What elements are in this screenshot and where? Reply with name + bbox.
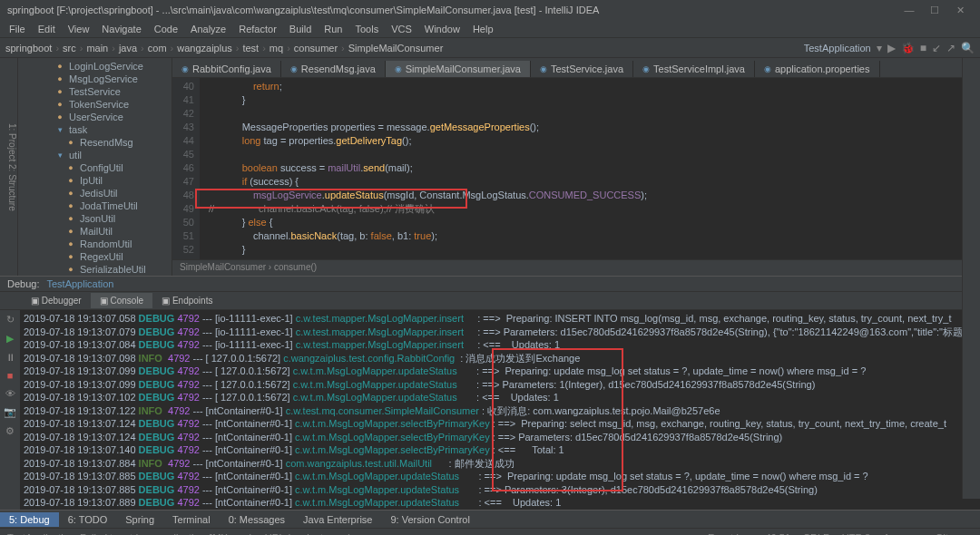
tree-item[interactable]: ●JedisUtil: [18, 187, 172, 199]
maximize-icon[interactable]: ☐: [922, 5, 947, 16]
resume-icon[interactable]: ▶: [6, 333, 14, 345]
crumb-item[interactable]: com: [148, 43, 167, 54]
toolwindow-tab[interactable]: 0: Messages: [220, 512, 294, 527]
tree-item[interactable]: ●ResendMsg: [18, 136, 172, 149]
code-area[interactable]: return; } MessageProperties properties =…: [200, 78, 980, 259]
tree-item[interactable]: ●RandomUtil: [18, 238, 172, 250]
encoding[interactable]: UTF-8: [842, 532, 870, 536]
tree-item[interactable]: ●JsonUtil: [18, 212, 172, 225]
line-gutter[interactable]: 4041424344454647484950515253: [172, 78, 200, 259]
tree-item[interactable]: ●TokenService: [18, 98, 172, 111]
tree-item[interactable]: ●SerializableUtil: [18, 263, 172, 276]
rerun-icon[interactable]: ↻: [6, 314, 15, 326]
toolwindow-tab[interactable]: Terminal: [163, 512, 220, 527]
navbar: springboot›src›main›java›com›wangzaiplus…: [0, 38, 980, 58]
editor-tab[interactable]: ◉RabbitConfig.java: [172, 61, 281, 77]
window-title: springboot [F:\project\springboot] - ...…: [7, 5, 897, 15]
editor: ◉RabbitConfig.java◉ResendMsg.java◉Simple…: [172, 58, 980, 276]
crumb-item[interactable]: mq: [270, 43, 283, 54]
left-toolwindow-bar[interactable]: 1: Project 2: Structure: [0, 58, 18, 276]
editor-tab[interactable]: ◉TestService.java: [531, 61, 633, 77]
toolwindow-tab[interactable]: 5: Debug: [0, 512, 59, 527]
menu-edit[interactable]: Edit: [33, 22, 61, 36]
editor-tab[interactable]: ◉ResendMsg.java: [281, 61, 386, 77]
toolwindow-tab[interactable]: 6: TODO: [59, 512, 117, 527]
debug-config[interactable]: TestApplication: [46, 278, 113, 289]
project-tree[interactable]: ●LoginLogService●MsgLogService●TestServi…: [18, 58, 172, 276]
titlebar: springboot [F:\project\springboot] - ...…: [0, 0, 980, 20]
tree-item[interactable]: ●RegexUtil: [18, 250, 172, 263]
editor-tab[interactable]: ◉TestServiceImpl.java: [633, 61, 755, 77]
menu-build[interactable]: Build: [284, 22, 317, 36]
toolwindow-tab[interactable]: Java Enterprise: [294, 512, 381, 527]
debug-label: Debug:: [0, 278, 46, 289]
caret-position[interactable]: 49:51: [766, 532, 791, 536]
menu-analyze[interactable]: Analyze: [185, 22, 231, 36]
menu-run[interactable]: Run: [318, 22, 348, 36]
tree-item[interactable]: ●LoginLogService: [18, 60, 172, 73]
crumb-item[interactable]: wangzaiplus: [177, 43, 232, 54]
debug-tabs: ▣ Debugger▣ Console▣ Endpoints: [0, 292, 980, 310]
crumb-item[interactable]: src: [63, 43, 76, 54]
run-config-select[interactable]: TestApplication: [804, 43, 871, 54]
git-branch[interactable]: Git: mas: [936, 532, 973, 536]
status-message: TestApplication: Failed to retrieve appl…: [7, 532, 351, 536]
crumb-item[interactable]: SimpleMailConsumer: [348, 43, 444, 54]
toolwindow-tab[interactable]: Spring: [116, 512, 163, 527]
toolwindow-tab[interactable]: 9: Version Control: [381, 512, 478, 527]
menu-code[interactable]: Code: [149, 22, 183, 36]
camera-icon[interactable]: 📷: [4, 406, 16, 418]
event-log[interactable]: Event Log: [708, 532, 753, 536]
bottom-toolwindow-bar: 5: Debug6: TODOSpringTerminal0: Messages…: [0, 510, 980, 528]
indent[interactable]: 4 spaces: [883, 532, 923, 536]
menu-view[interactable]: View: [63, 22, 95, 36]
crumb-item[interactable]: java: [119, 43, 137, 54]
stop-icon[interactable]: ■: [920, 42, 926, 54]
debug-tab-debugger[interactable]: ▣ Debugger: [22, 293, 91, 308]
stop-icon[interactable]: ■: [7, 370, 14, 381]
git-pull-icon[interactable]: ↙: [932, 42, 941, 54]
tree-item[interactable]: ▾task: [18, 123, 172, 136]
crumb-item[interactable]: test: [242, 43, 259, 54]
breadcrumb[interactable]: springboot›src›main›java›com›wangzaiplus…: [5, 43, 443, 54]
debug-tab-endpoints[interactable]: ▣ Endpoints: [152, 293, 221, 308]
tree-item[interactable]: ▾util: [18, 149, 172, 161]
menu-tools[interactable]: Tools: [349, 22, 384, 36]
debug-icon[interactable]: 🐞: [901, 42, 915, 54]
tree-item[interactable]: ●ConfigUtil: [18, 161, 172, 174]
close-icon[interactable]: ✕: [947, 5, 973, 16]
editor-tabs: ◉RabbitConfig.java◉ResendMsg.java◉Simple…: [172, 58, 980, 78]
editor-tab[interactable]: ◉application.properties: [755, 61, 880, 77]
minimize-icon[interactable]: —: [897, 5, 922, 15]
menu-navigate[interactable]: Navigate: [96, 22, 146, 36]
tree-item[interactable]: ●UserService: [18, 111, 172, 123]
menu-refactor[interactable]: Refactor: [233, 22, 282, 36]
tree-item[interactable]: ●JodaTimeUtil: [18, 199, 172, 212]
editor-tab[interactable]: ◉SimpleMailConsumer.java: [386, 61, 531, 77]
statusbar: TestApplication: Failed to retrieve appl…: [0, 528, 980, 535]
chevron-down-icon[interactable]: ▾: [877, 42, 882, 54]
crumb-item[interactable]: consumer: [294, 43, 338, 54]
menu-file[interactable]: File: [4, 22, 31, 36]
tree-item[interactable]: ●TestService: [18, 85, 172, 98]
menu-window[interactable]: Window: [419, 22, 466, 36]
tree-item[interactable]: ●MailUtil: [18, 225, 172, 238]
crumb-item[interactable]: springboot: [5, 43, 52, 54]
settings-icon[interactable]: ⚙: [5, 425, 15, 437]
search-icon[interactable]: 🔍: [961, 42, 975, 54]
breakpoints-icon[interactable]: 👁: [5, 388, 15, 399]
tree-item[interactable]: ●IpUtil: [18, 174, 172, 187]
menu-help[interactable]: Help: [467, 22, 499, 36]
crumb-item[interactable]: main: [86, 43, 108, 54]
console-output[interactable]: 2019-07-18 19:13:07.058 DEBUG 4792 --- […: [20, 310, 980, 510]
tree-item[interactable]: ●MsgLogService: [18, 73, 172, 85]
pause-icon[interactable]: ⏸: [5, 352, 15, 363]
debug-panel: Debug: TestApplication ▣ Debugger▣ Conso…: [0, 276, 980, 510]
right-toolwindow-bar[interactable]: [962, 58, 980, 499]
debug-tab-console[interactable]: ▣ Console: [91, 293, 152, 308]
menu-vcs[interactable]: VCS: [386, 22, 417, 36]
line-sep[interactable]: CRLF: [803, 532, 829, 536]
git-push-icon[interactable]: ↗: [946, 42, 956, 54]
editor-breadcrumb[interactable]: SimpleMailConsumer › consume(): [172, 259, 980, 276]
run-icon[interactable]: ▶: [887, 42, 896, 54]
